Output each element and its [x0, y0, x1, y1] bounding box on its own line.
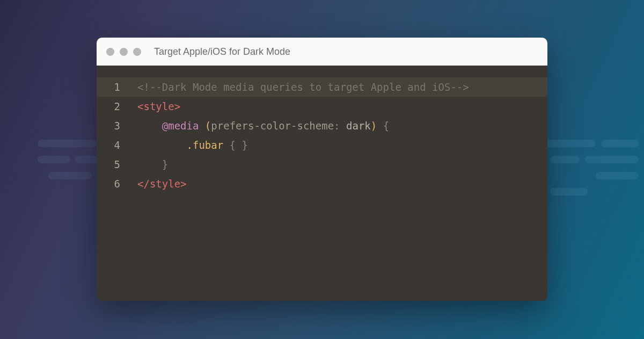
code-line[interactable]: 3 @media (prefers-color-scheme: dark) {: [97, 116, 547, 135]
line-number: 6: [97, 174, 134, 193]
window-title: Target Apple/iOS for Dark Mode: [154, 46, 290, 57]
code-window: Target Apple/iOS for Dark Mode 1<!--Dark…: [97, 38, 547, 301]
code-token: (: [205, 120, 211, 132]
code-token: <style>: [137, 100, 180, 112]
decoration-bar: [542, 140, 596, 147]
code-token: {: [383, 120, 389, 132]
code-token: <!--Dark Mode media queries to target Ap…: [137, 81, 469, 93]
window-controls[interactable]: [106, 48, 141, 56]
decoration-bar: [550, 156, 580, 163]
code-token: .fubar: [187, 139, 224, 151]
code-content[interactable]: <style>: [134, 97, 547, 116]
decoration-bar: [38, 156, 70, 163]
line-number: 4: [97, 135, 134, 155]
line-number: 1: [97, 77, 134, 97]
minimize-icon[interactable]: [120, 48, 128, 56]
close-icon[interactable]: [106, 48, 114, 56]
code-token: ): [371, 120, 377, 132]
decoration-bar: [585, 156, 639, 163]
decoration-bar: [601, 140, 639, 147]
code-token: [223, 139, 229, 151]
code-line[interactable]: 1<!--Dark Mode media queries to target A…: [97, 77, 547, 97]
code-content[interactable]: .fubar { }: [134, 135, 547, 155]
code-token: :: [334, 120, 340, 132]
code-token: [377, 120, 383, 132]
decoration-bar: [38, 140, 97, 147]
code-token: [340, 120, 346, 132]
code-line[interactable]: 4 .fubar { }: [97, 135, 547, 155]
window-titlebar: Target Apple/iOS for Dark Mode: [97, 38, 547, 66]
code-line[interactable]: 5 }: [97, 155, 547, 174]
code-content[interactable]: </style>: [134, 174, 547, 193]
code-token: dark: [346, 120, 371, 132]
code-token: [199, 120, 204, 132]
maximize-icon[interactable]: [133, 48, 141, 56]
code-token: }: [162, 158, 168, 170]
decoration-bar: [48, 172, 91, 179]
code-token: @media: [162, 120, 199, 132]
line-number: 3: [97, 116, 134, 135]
code-content[interactable]: }: [134, 155, 547, 174]
code-editor[interactable]: 1<!--Dark Mode media queries to target A…: [97, 66, 547, 301]
line-number: 5: [97, 155, 134, 174]
line-number: 2: [97, 97, 134, 116]
code-token: {: [230, 139, 236, 151]
code-line[interactable]: 2<style>: [97, 97, 547, 116]
code-content[interactable]: @media (prefers-color-scheme: dark) {: [134, 116, 547, 135]
code-token: [236, 139, 241, 151]
code-token: prefers-color-scheme: [211, 120, 334, 132]
decoration-bar: [550, 188, 588, 196]
decoration-bar: [596, 172, 639, 179]
code-token: }: [242, 139, 248, 151]
code-token: </style>: [137, 178, 187, 190]
code-line[interactable]: 6</style>: [97, 174, 547, 193]
code-content[interactable]: <!--Dark Mode media queries to target Ap…: [134, 77, 547, 97]
